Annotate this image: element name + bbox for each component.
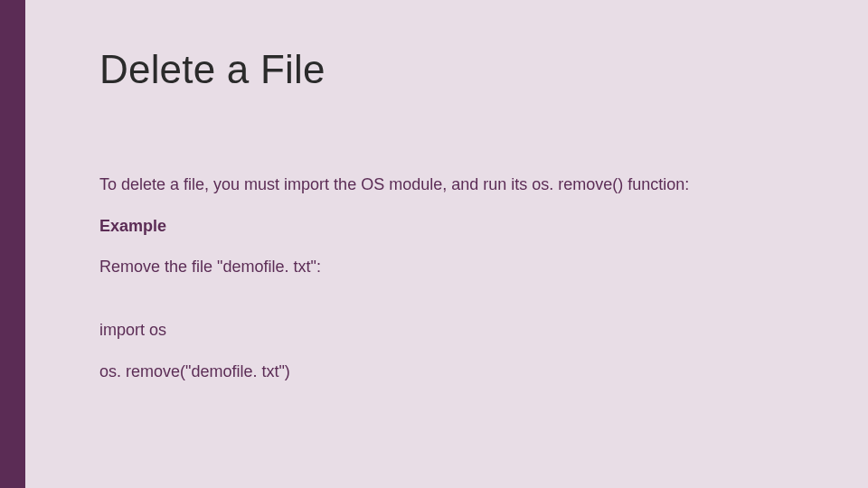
code-line-2: os. remove("demofile. txt") [99, 361, 814, 382]
slide: Delete a File To delete a file, you must… [0, 0, 868, 488]
code-line-1: import os [99, 319, 814, 341]
slide-body: To delete a file, you must import the OS… [99, 174, 814, 382]
intro-text: To delete a file, you must import the OS… [99, 174, 814, 195]
example-description: Remove the file "demofile. txt": [99, 256, 814, 277]
example-label: Example [99, 215, 814, 237]
slide-title: Delete a File [99, 47, 814, 92]
accent-bar [0, 0, 25, 488]
slide-content: Delete a File To delete a file, you must… [99, 47, 814, 402]
